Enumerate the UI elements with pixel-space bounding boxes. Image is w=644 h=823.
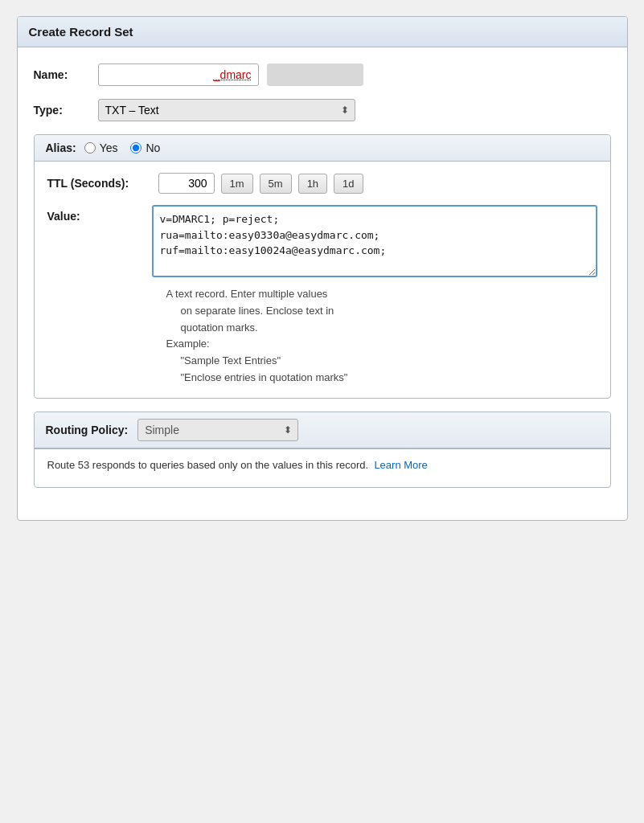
learn-more-link[interactable]: Learn More [374,459,427,471]
name-input-wrapper [98,63,363,86]
name-suffix [267,63,363,86]
ttl-1h-button[interactable]: 1h [298,174,327,194]
value-label: Value: [47,205,152,223]
hint-line2: on separate lines. Enclose text in [166,303,597,320]
alias-ttl-value-box: Alias: Yes No TTL (Seconds): [34,134,611,399]
type-select-wrapper: TXT – Text A – IPv4 address AAAA – IPv6 … [98,99,355,121]
alias-yes-label: Yes [100,141,118,154]
panel-title: Create Record Set [18,17,627,47]
hint-line1: A text record. Enter multiple values [166,286,597,303]
routing-section-header: Routing Policy: Simple Weighted Latency … [35,412,610,448]
routing-policy-box: Routing Policy: Simple Weighted Latency … [34,412,611,488]
hint-example-label: Example: [166,336,597,353]
value-right: v=DMARC1; p=reject; rua=mailto:easy0330a… [152,205,597,387]
routing-select-wrapper: Simple Weighted Latency Failover Geoloca… [137,419,298,441]
ttl-label: TTL (Seconds): [47,177,152,190]
name-label: Name: [34,68,98,81]
value-hint: A text record. Enter multiple values on … [152,286,597,387]
alias-section-header: Alias: Yes No [35,135,610,162]
routing-label: Routing Policy: [46,424,129,436]
alias-section-content: TTL (Seconds): 1m 5m 1h 1d Value: v=DMAR… [35,162,610,398]
type-select[interactable]: TXT – Text A – IPv4 address AAAA – IPv6 … [98,99,355,121]
ttl-5m-button[interactable]: 5m [260,174,292,194]
ttl-row: TTL (Seconds): 1m 5m 1h 1d [47,173,597,194]
alias-no-option[interactable]: No [130,141,160,154]
hint-example1: "Sample Text Entries" [166,353,597,370]
hint-example2: "Enclose entries in quotation marks" [166,370,597,387]
alias-no-label: No [146,141,160,154]
ttl-input[interactable] [158,173,215,194]
hint-line3: quotation marks. [166,320,597,337]
value-textarea[interactable]: v=DMARC1; p=reject; rua=mailto:easy0330a… [152,205,597,277]
alias-yes-option[interactable]: Yes [84,141,118,154]
name-input[interactable] [98,63,259,86]
type-row: Type: TXT – Text A – IPv4 address AAAA –… [34,99,611,121]
name-row: Name: [34,63,611,86]
ttl-1m-button[interactable]: 1m [221,174,253,194]
panel-body: Name: Type: TXT – Text A – IPv4 address … [18,47,627,520]
ttl-1d-button[interactable]: 1d [334,174,363,194]
alias-label: Alias: [46,141,76,154]
create-record-set-panel: Create Record Set Name: Type: TXT – Text… [17,16,628,521]
routing-select[interactable]: Simple Weighted Latency Failover Geoloca… [137,419,298,441]
type-label: Type: [34,104,98,117]
routing-description-text: Route 53 responds to queries based only … [47,459,369,471]
alias-no-radio[interactable] [130,142,142,154]
value-row: Value: v=DMARC1; p=reject; rua=mailto:ea… [47,205,597,387]
alias-radio-group: Yes No [84,141,161,154]
alias-yes-radio[interactable] [84,142,96,154]
routing-description: Route 53 responds to queries based only … [35,448,610,487]
